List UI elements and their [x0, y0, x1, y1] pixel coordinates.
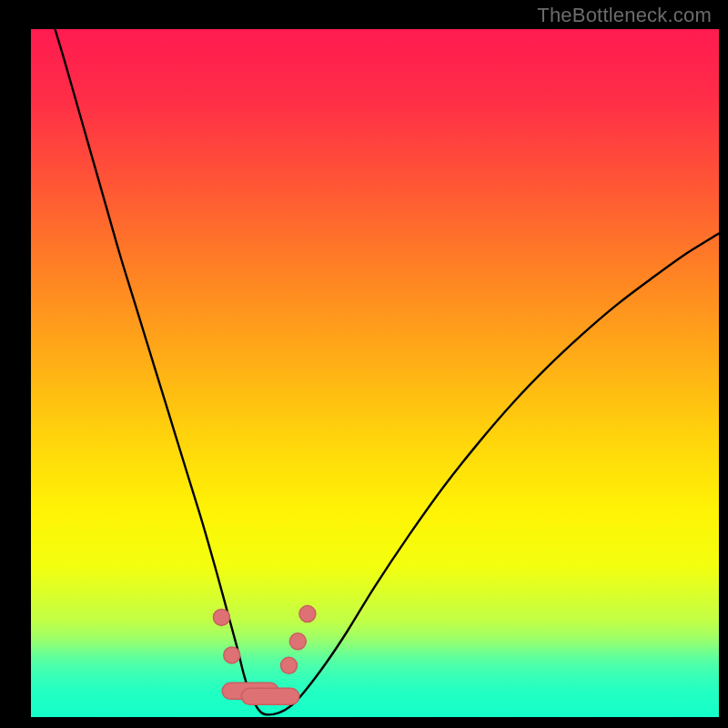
plot-background: [31, 29, 719, 717]
watermark: TheBottleneck.com: [537, 4, 712, 27]
marker-dot: [289, 633, 306, 650]
marker-dot: [281, 657, 298, 673]
chart-svg: [0, 0, 728, 728]
marker-dot: [224, 647, 240, 663]
marker-sausage: [241, 688, 298, 704]
chart-stage: TheBottleneck.com: [0, 0, 728, 728]
marker-dot: [213, 609, 229, 625]
marker-dot: [299, 606, 316, 622]
